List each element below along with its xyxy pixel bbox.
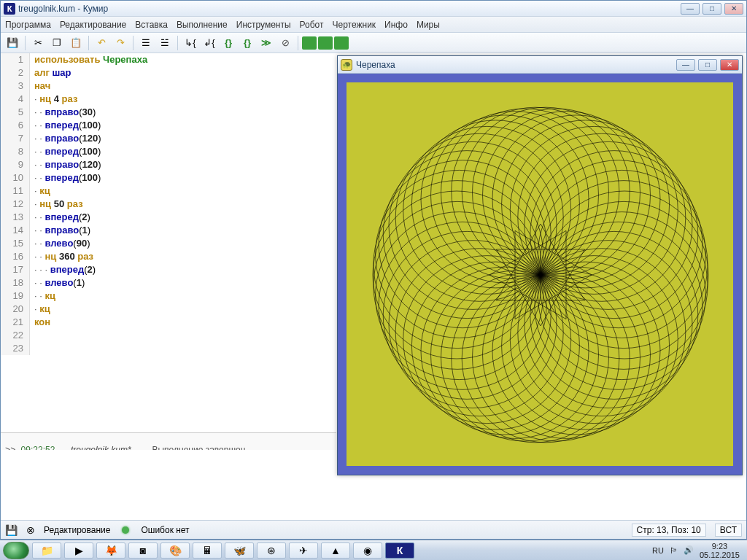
svg-point-47 [535, 160, 703, 328]
tray-clock[interactable]: 9:2305.12.2015 [700, 542, 740, 559]
turtle-icon: 🐢 [341, 59, 352, 71]
copy-icon[interactable]: ❐ [48, 35, 66, 51]
status-light-icon [122, 526, 129, 534]
turtle-titlebar: 🐢 Черепаха — □ ✕ [338, 56, 742, 74]
code-editor[interactable]: 1использовать Черепаха2алг шар3нач4· нц … [1, 53, 336, 432]
svg-point-13 [452, 275, 619, 443]
list2-icon[interactable]: ☱ [156, 35, 174, 51]
turtle-maximize-button[interactable]: □ [698, 59, 717, 71]
svg-point-10 [483, 271, 651, 438]
run-icon[interactable]: {} [220, 35, 237, 51]
console-output: >> 09:22:52 - treugolnik.kum* - Выполнен… [1, 432, 336, 450]
titlebar: К treugolnik.kum - Кумир — □ ✕ [1, 1, 746, 17]
svg-point-0 [541, 191, 708, 359]
cursor-pos-label: Стр: 13, Поз: 10 [632, 524, 706, 537]
svg-point-21 [383, 231, 551, 399]
turtle-window: 🐢 Черепаха — □ ✕ [337, 55, 743, 475]
svg-point-15 [431, 271, 599, 438]
taskbar-kumir[interactable]: К [385, 542, 414, 559]
list-icon[interactable]: ☰ [137, 35, 155, 51]
svg-point-40 [483, 112, 651, 279]
step-out-icon[interactable]: ↲{ [201, 35, 218, 51]
start-button[interactable] [3, 542, 29, 559]
menu-Инфо[interactable]: Инфо [384, 20, 408, 30]
turtle-canvas [347, 82, 733, 466]
turtle-minimize-button[interactable]: — [676, 59, 695, 71]
svg-point-12 [462, 275, 630, 443]
mode-label: Редактирование [44, 525, 110, 535]
svg-point-45 [525, 141, 692, 309]
svg-point-20 [389, 241, 557, 408]
taskbar-explorer[interactable]: 📁 [32, 542, 61, 559]
taskbar-app7[interactable]: ▲ [321, 542, 350, 559]
minimize-button[interactable]: — [681, 3, 700, 15]
menu-Вставка[interactable]: Вставка [135, 20, 168, 30]
svg-point-35 [431, 112, 599, 279]
svg-point-29 [383, 151, 551, 319]
maximize-button[interactable]: □ [703, 3, 721, 15]
turtle-title: Черепаха [356, 60, 676, 70]
menu-Программа[interactable]: Программа [5, 20, 51, 30]
save-status-icon[interactable]: 💾 [5, 524, 18, 536]
svg-point-3 [535, 222, 703, 389]
errors-label: Ошибок нет [141, 525, 189, 535]
save-icon[interactable]: 💾 [4, 35, 21, 51]
grid2-icon[interactable] [318, 36, 333, 50]
toolbar: 💾 ✂ ❐ 📋 ↶ ↷ ☰ ☱ ↳{ ↲{ {} {} ≫ ⊘ [1, 33, 746, 53]
svg-point-4 [530, 231, 698, 399]
tray-lang[interactable]: RU [652, 546, 664, 555]
window-title: treugolnik.kum - Кумир [18, 4, 681, 14]
taskbar-calc[interactable]: 🖩 [193, 542, 222, 559]
statusbar: 💾 ⊗ Редактирование Ошибок нет Стр: 13, П… [1, 520, 746, 539]
menu-Миры[interactable]: Миры [417, 20, 440, 30]
cut-icon[interactable]: ✂ [29, 35, 47, 51]
taskbar-app4[interactable]: 🦋 [225, 542, 254, 559]
taskbar-firefox[interactable]: 🦊 [96, 542, 125, 559]
app-icon: К [4, 3, 15, 15]
svg-point-22 [379, 222, 546, 389]
svg-point-5 [525, 241, 692, 408]
close-button[interactable]: ✕ [724, 3, 743, 15]
svg-point-30 [389, 141, 557, 309]
run-fast-icon[interactable]: ≫ [258, 35, 275, 51]
svg-point-37 [452, 107, 619, 275]
paste-icon[interactable]: 📋 [67, 35, 85, 51]
svg-point-46 [530, 151, 698, 319]
tray-sound-icon[interactable]: 🔊 [684, 545, 694, 555]
menu-Инструменты[interactable]: Инструменты [236, 20, 291, 30]
taskbar-app-red[interactable]: ◙ [128, 542, 158, 559]
taskbar-chrome[interactable]: ◉ [353, 542, 382, 559]
taskbar-app6[interactable]: ✈ [289, 542, 318, 559]
undo-icon[interactable]: ↶ [93, 35, 110, 51]
svg-point-25 [373, 191, 541, 359]
menubar: ПрограммаРедактированиеВставкаВыполнение… [1, 17, 746, 33]
svg-point-28 [379, 160, 546, 328]
taskbar: 📁 ▶ 🦊 ◙ 🎨 🖩 🦋 ⊛ ✈ ▲ ◉ К RU 🏳 🔊 9:2305.12… [0, 540, 747, 560]
menu-Чертежник[interactable]: Чертежник [333, 20, 376, 30]
menu-Робот[interactable]: Робот [300, 20, 324, 30]
step-into-icon[interactable]: ↳{ [182, 35, 199, 51]
grid3-icon[interactable] [334, 36, 349, 50]
turtle-close-button[interactable]: ✕ [720, 59, 739, 71]
svg-point-38 [462, 107, 630, 275]
stop-icon[interactable]: ⊘ [276, 35, 294, 51]
taskbar-media[interactable]: ▶ [64, 542, 93, 559]
menu-Выполнение[interactable]: Выполнение [177, 20, 228, 30]
menu-Редактирование[interactable]: Редактирование [60, 20, 126, 30]
taskbar-app5[interactable]: ⊛ [257, 542, 286, 559]
grid1-icon[interactable] [302, 36, 317, 50]
close-status-icon[interactable]: ⊗ [26, 524, 35, 536]
overwrite-label[interactable]: ВСТ [715, 524, 742, 537]
run2-icon[interactable]: {} [239, 35, 256, 51]
redo-icon[interactable]: ↷ [112, 35, 129, 51]
taskbar-paint[interactable]: 🎨 [160, 542, 190, 559]
tray-flag-icon[interactable]: 🏳 [670, 546, 678, 555]
